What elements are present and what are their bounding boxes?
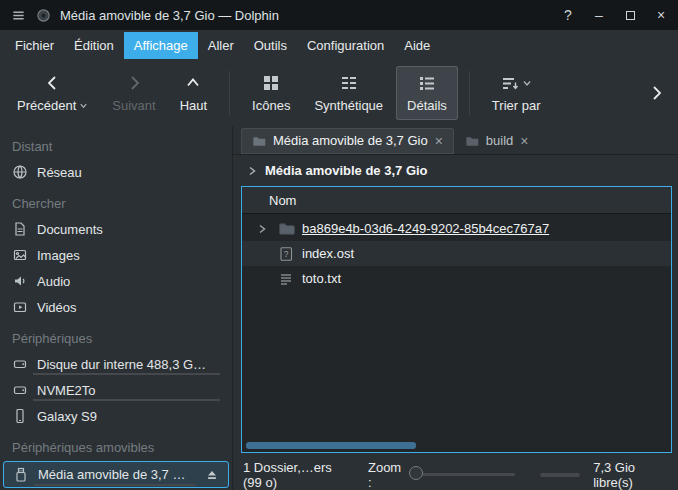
eject-button[interactable] [205,468,219,482]
disk-usage-bar [33,373,220,375]
status-summary: 1 Dossier,…ers (99 o) [243,460,354,490]
help-button[interactable]: ? [561,8,575,22]
content-area: Média amovible de 3,7 Gio × build × Médi… [233,126,678,490]
menu-aide[interactable]: Aide [394,32,440,59]
sidebar-item-disque-dur[interactable]: Disque dur interne 488,3 G… [0,351,232,377]
caret-down-icon [79,101,88,110]
file-row[interactable]: ba869e4b-03d6-4249-9202-85b4cec767a7 [242,216,671,241]
file-name[interactable]: index.ost [302,246,354,261]
toolbar-overflow-button[interactable] [642,83,672,103]
file-name[interactable]: ba869e4b-03d6-4249-9202-85b4cec767a7 [302,221,549,236]
sidebar-item-label: Audio [37,274,70,289]
file-row[interactable]: toto.txt [242,266,671,291]
usb-icon [13,467,29,483]
caret-down-icon [522,78,532,88]
tab-bar: Média amovible de 3,7 Gio × build × [233,126,678,155]
file-name[interactable]: toto.txt [302,271,341,286]
harddisk-icon [12,356,28,372]
audio-icon [12,273,28,289]
file-rows: ba869e4b-03d6-4249-9202-85b4cec767a7 ? i… [242,214,671,452]
application-menu-icon[interactable] [10,7,26,23]
column-header-nom[interactable]: Nom [242,187,671,214]
places-panel: Distant Réseau Chercher Documents Images… [0,126,233,490]
sidebar-item-documents[interactable]: Documents [0,216,232,242]
free-space-bar [540,473,580,477]
menu-configuration[interactable]: Configuration [297,32,394,59]
menu-affichage[interactable]: Affichage [124,32,198,59]
close-button[interactable]: × [654,8,668,22]
sort-by-label: Trier par [492,98,541,113]
free-space-label: 7,3 Gio libre(s) [593,460,668,490]
phone-icon [12,408,28,424]
tab-media-amovible[interactable]: Média amovible de 3,7 Gio × [241,128,454,154]
maximize-icon [626,11,635,20]
menu-fichier[interactable]: Fichier [5,32,64,59]
tab-label: Média amovible de 3,7 Gio [273,133,428,148]
minimize-button[interactable]: – [592,8,606,22]
sidebar-item-images[interactable]: Images [0,242,232,268]
forward-button[interactable]: Suivant [101,66,166,120]
network-icon [12,164,28,180]
folder-icon [277,220,295,237]
menu-edition[interactable]: Édition [64,32,124,59]
back-button[interactable]: Précédent [6,66,99,120]
sidebar-item-reseau[interactable]: Réseau [0,159,232,185]
horizontal-scrollbar[interactable] [246,442,416,449]
chevron-right-icon [647,83,667,103]
sidebar-item-audio[interactable]: Audio [0,268,232,294]
disk-usage-bar [33,399,220,401]
sort-by-button[interactable]: Trier par [481,66,552,120]
file-view: Nom ba869e4b-03d6-4249-9202-85b4cec767a7 [241,186,672,453]
tab-close-icon[interactable]: × [435,134,443,148]
compact-view-icon [340,73,358,93]
view-wrapper: Nom ba869e4b-03d6-4249-9202-85b4cec767a7 [233,186,678,459]
window-title: Média amovible de 3,7 Gio — Dolphin [60,8,279,23]
sidebar-item-galaxy-s9[interactable]: Galaxy S9 [0,403,232,429]
details-view-label: Détails [407,98,447,113]
maximize-button[interactable] [623,8,637,22]
text-file-icon [277,271,295,287]
toolbar: Précédent Suivant Haut Icônes [0,60,678,126]
places-section-distant: Distant [0,128,232,159]
sidebar-item-label: NVME2To [37,383,96,398]
details-view-button[interactable]: Détails [396,66,458,120]
menu-outils[interactable]: Outils [244,32,297,59]
tab-build[interactable]: build × [454,128,540,154]
toolbar-separator [229,71,230,115]
file-row[interactable]: ? index.ost [242,241,671,266]
sidebar-item-label: Images [37,248,80,263]
icons-view-button[interactable]: Icônes [241,66,301,120]
zoom-slider[interactable] [416,473,514,476]
sidebar-item-videos[interactable]: Vidéos [0,294,232,320]
sidebar-item-media-amovible[interactable]: Média amovible de 3,7 … [3,461,229,488]
folder-icon [252,134,266,148]
folder-icon [465,134,479,148]
sidebar-item-label: Documents [37,222,103,237]
compact-view-button[interactable]: Synthétique [303,66,394,120]
sidebar-item-nvme2to[interactable]: NVME2To [0,377,232,403]
menu-aller[interactable]: Aller [198,32,244,59]
places-section-amovibles: Périphériques amovibles [0,429,232,460]
sidebar-item-label: Disque dur interne 488,3 G… [37,357,206,372]
chevron-left-icon [43,73,63,93]
harddisk-icon [12,382,28,398]
expand-arrow-icon[interactable] [254,223,270,235]
zoom-label: Zoom : [368,460,404,490]
forward-label: Suivant [112,98,155,113]
breadcrumb[interactable]: Média amovible de 3,7 Gio [233,155,678,186]
sidebar-item-label: Média amovible de 3,7 … [38,467,185,482]
menubar: Fichier Édition Affichage Aller Outils C… [0,30,678,60]
tab-label: build [486,133,513,148]
up-button[interactable]: Haut [169,66,218,120]
back-label: Précédent [17,98,76,113]
places-section-chercher: Chercher [0,185,232,216]
disk-usage-bar [34,484,196,486]
up-label: Haut [180,98,207,113]
tab-close-icon[interactable]: × [520,134,528,148]
details-view-icon [418,73,436,93]
status-bar: 1 Dossier,…ers (99 o) Zoom : 7,3 Gio lib… [233,459,678,490]
dolphin-window: Média amovible de 3,7 Gio — Dolphin ? – … [0,0,678,490]
sidebar-item-label: Réseau [37,165,82,180]
chevron-up-icon [183,73,203,93]
chevron-right-icon [246,165,258,177]
